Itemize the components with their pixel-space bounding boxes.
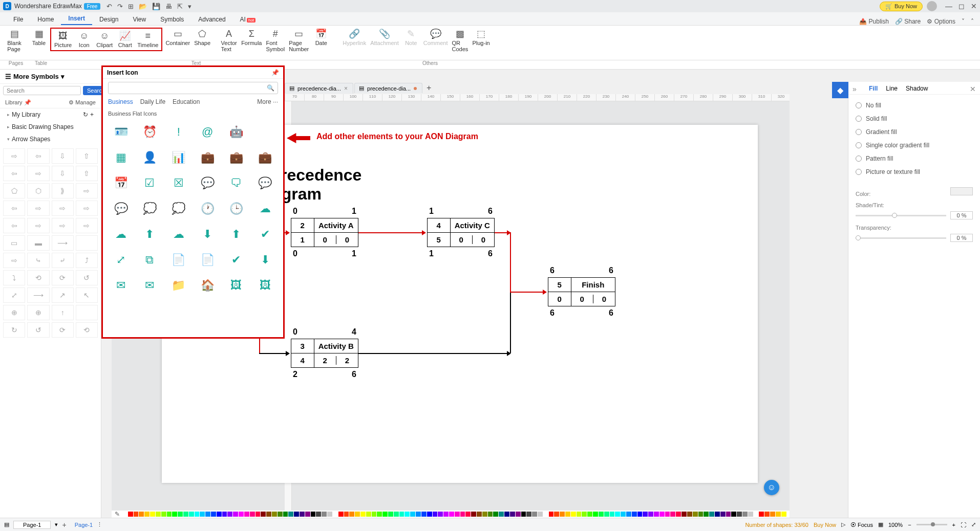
color-swatch[interactable] [676,512,681,517]
color-swatch[interactable] [488,512,493,517]
color-swatch[interactable] [632,512,637,517]
icon-cell[interactable]: 💭 [166,197,191,220]
redo-icon[interactable]: ↷ [117,3,123,10]
color-swatch[interactable] [543,512,548,517]
color-swatch[interactable] [521,512,526,517]
menu-advanced[interactable]: Advanced [191,14,232,25]
arrow-shape[interactable]: ↗ [52,287,74,303]
icon-cell[interactable]: ✔ [252,223,278,246]
icon-button[interactable]: ☺Icon [74,30,94,49]
color-swatch[interactable] [637,512,643,517]
icon-cell[interactable]: 💼 [223,146,249,169]
icon-cell[interactable]: 🕐 [195,197,220,220]
color-swatch[interactable] [610,512,615,517]
fill-opt-gradient[interactable]: Gradient fill [856,125,973,139]
color-swatch[interactable] [399,512,404,517]
color-swatch[interactable] [150,512,155,517]
color-swatch[interactable] [499,512,504,517]
icon-cell[interactable]: 💬 [195,172,220,194]
icon-cell[interactable]: ☑ [137,172,162,194]
icon-cell[interactable]: ✉ [137,274,162,297]
menu-insert[interactable]: Insert [61,13,92,25]
timeline-button[interactable]: ≡Timeline [135,30,160,49]
icon-cell[interactable]: ⬆ [223,223,249,246]
arrow-shape[interactable]: ⇩ [52,166,74,181]
color-swatch[interactable] [266,512,271,517]
activity-b-node[interactable]: 04 3Activity B 422 26 [291,327,358,379]
icon-cell[interactable]: ⬆ [137,223,162,246]
plugin-button[interactable]: ⬚Plug-in [470,28,492,47]
color-swatch[interactable] [565,512,570,517]
icon-cell[interactable]: 💼 [195,146,220,169]
library-header[interactable]: Library 📌 [5,99,31,106]
arrow-shape[interactable]: ↺ [76,270,98,285]
color-swatch[interactable] [693,512,698,517]
color-swatch[interactable] [648,512,653,517]
fill-opt-solid[interactable]: Solid fill [856,112,973,125]
hyperlink-button[interactable]: 🔗Hyperlink [340,28,368,47]
color-swatch[interactable] [571,512,576,517]
minimize-icon[interactable]: — [945,2,952,10]
color-swatch[interactable] [599,512,604,517]
date-button[interactable]: 📅Date [311,28,331,47]
arrow-shape[interactable]: ⟲ [27,270,49,285]
arrow-shape[interactable]: ⤵ [3,270,25,285]
arrow-shape[interactable]: ⇨ [76,201,98,216]
color-swatch[interactable] [538,512,543,517]
icon-search-input[interactable]: 🔍 [108,82,278,94]
icon-cell[interactable]: ☁ [166,223,191,246]
export-icon[interactable]: ⇱ [177,3,183,10]
arrow-shape[interactable]: ⇨ [52,218,74,233]
icon-cell[interactable]: @ [195,121,220,143]
color-swatch[interactable] [355,512,360,517]
color-swatch[interactable] [421,512,427,517]
color-swatch[interactable] [360,512,366,517]
finish-node[interactable]: 66 5Finish 000 66 [548,266,615,318]
color-swatch[interactable] [195,512,200,517]
undo-icon[interactable]: ↶ [106,3,112,10]
color-swatch[interactable] [687,512,692,517]
arrow-shape[interactable]: ⇨ [3,253,25,268]
page-list-icon[interactable]: ▤ [4,521,9,528]
color-swatch[interactable] [388,512,393,517]
color-swatch[interactable] [764,512,770,517]
color-swatch[interactable] [172,512,177,517]
doc-tab-1[interactable]: ▤precedence-dia...× [285,83,353,94]
color-swatch[interactable] [183,512,188,517]
color-swatch[interactable] [382,512,388,517]
font-symbol-button[interactable]: #Font Symbol [264,28,287,53]
arrow-shape[interactable]: ⟳ [52,270,74,285]
arrow-shape[interactable]: ⇨ [52,201,74,216]
color-swatch[interactable] [278,512,283,517]
color-swatch[interactable] [776,512,781,517]
color-swatch[interactable] [250,512,255,517]
arrow-shape[interactable] [76,235,98,251]
arrow-shape[interactable]: ⊕ [3,305,25,320]
menu-view[interactable]: View [125,14,153,25]
color-swatch[interactable] [504,512,509,517]
qat-more-icon[interactable]: ▾ [188,3,191,10]
color-swatch[interactable] [465,512,471,517]
arrow-shape[interactable]: ⟶ [52,235,74,251]
symbol-search-input[interactable] [3,86,81,95]
color-swatch[interactable] [322,512,327,517]
color-swatch[interactable] [244,512,249,517]
close-icon[interactable]: ✕ [971,2,977,10]
arrow-shape[interactable]: ⇦ [3,201,25,216]
fit-icon[interactable]: ▦ [878,521,883,528]
arrow-shape[interactable]: ▬ [27,235,49,251]
arrow-shape[interactable]: ⇨ [76,183,98,198]
color-swatch[interactable] [532,512,537,517]
icon-cell[interactable]: 📄 [195,249,220,271]
arrow-shape[interactable]: ⟶ [27,287,49,303]
page-tab-more-icon[interactable]: ⋮ [97,521,102,528]
shade-slider[interactable] [856,215,946,216]
zoom-level[interactable]: 100% [888,522,903,528]
arrow-shape[interactable]: ⟲ [76,322,98,338]
blank-page-button[interactable]: ▤Blank Page [4,28,25,53]
icon-cell[interactable]: ☁ [108,223,134,246]
color-swatch[interactable] [217,512,222,517]
arrow-shape[interactable]: ⇦ [3,166,25,181]
arrow-shape[interactable]: ▭ [3,235,25,251]
arrow-shape[interactable]: ⇩ [52,148,74,164]
